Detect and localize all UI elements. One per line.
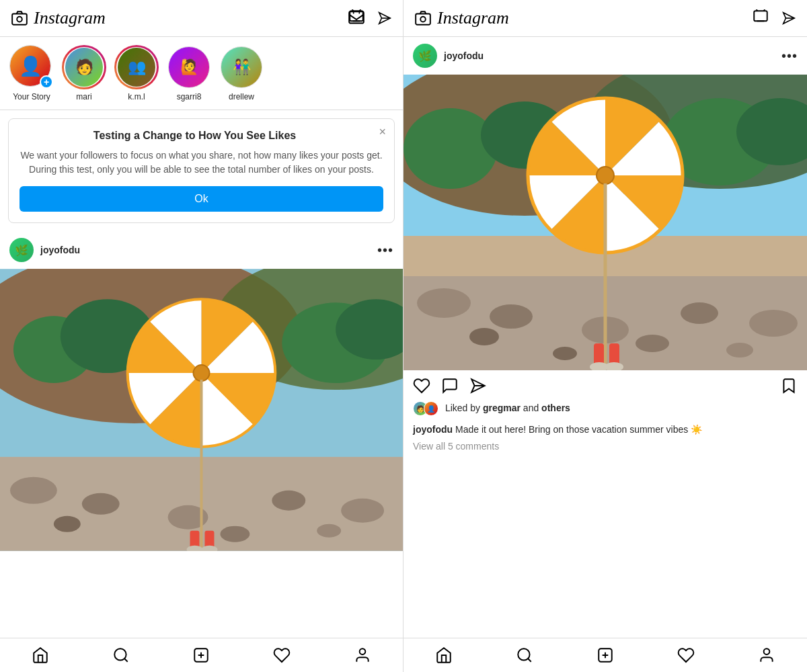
svg-rect-38: [416, 14, 430, 25]
right-nav-profile[interactable]: [758, 646, 775, 664]
right-bookmark-button[interactable]: [780, 377, 798, 394]
svg-line-74: [528, 659, 531, 662]
messenger-icon[interactable]: [348, 9, 365, 27]
right-camera-icon: [414, 9, 432, 27]
left-nav-home[interactable]: [32, 646, 49, 664]
left-nav-add[interactable]: [192, 646, 210, 664]
right-comment-button[interactable]: [441, 377, 459, 394]
right-actions-left: [413, 377, 487, 394]
right-nav-heart[interactable]: [677, 646, 695, 664]
story-no-ring-drellew: 👫: [219, 45, 264, 89]
svg-point-63: [553, 347, 577, 360]
story-avatar-mari: 🧑: [65, 48, 103, 87]
right-nav-add[interactable]: [597, 646, 614, 664]
right-post-more-button[interactable]: •••: [781, 48, 798, 64]
notification-banner: × Testing a Change to How You See Likes …: [8, 118, 395, 223]
story-item-mari[interactable]: 🧑 mari: [61, 45, 108, 101]
left-header-icons: [348, 9, 392, 27]
left-phone-panel: Instagram 👤: [0, 0, 404, 672]
svg-point-58: [681, 302, 718, 324]
liked-by-prefix: Liked by: [445, 403, 483, 413]
right-like-button[interactable]: [413, 377, 430, 394]
story-ring-mari: 🧑: [62, 45, 106, 89]
right-caption-username[interactable]: joyofodu: [413, 424, 453, 435]
story-label-mari: mari: [76, 92, 91, 101]
svg-point-22: [54, 516, 81, 532]
story-no-ring-sgarri8: 🙋: [167, 45, 211, 89]
svg-point-49: [404, 108, 498, 189]
right-header-icons: [752, 9, 796, 27]
right-post-header: 🌿 joyofodu •••: [404, 37, 807, 75]
svg-point-55: [417, 288, 471, 318]
story-avatar-drellew: 👫: [221, 46, 262, 88]
right-nav-search[interactable]: [516, 646, 533, 664]
notif-ok-button[interactable]: Ok: [20, 186, 383, 212]
your-story-label: Your Story: [13, 92, 50, 101]
right-post-avatar: 🌿: [413, 44, 437, 68]
svg-point-32: [114, 648, 126, 660]
story-item-sgarri8[interactable]: 🙋 sgarri8: [165, 45, 213, 101]
left-post-user[interactable]: 🌿 joyofodu: [9, 238, 80, 262]
svg-point-60: [469, 328, 499, 345]
right-view-comments[interactable]: View all 5 comments: [404, 439, 807, 458]
story-item-drellew[interactable]: 👫 drellew: [218, 45, 265, 101]
add-story-badge: +: [40, 75, 53, 89]
right-logo-group: Instagram: [414, 8, 509, 28]
right-post-actions: [404, 370, 807, 401]
svg-point-78: [764, 648, 770, 655]
story-avatar-sgarri8: 🙋: [168, 46, 210, 88]
svg-point-26: [194, 365, 210, 381]
svg-point-23: [220, 526, 249, 542]
notif-close-button[interactable]: ×: [379, 126, 386, 138]
right-header: Instagram: [404, 0, 807, 37]
story-item-kml[interactable]: 👥 k.m.l: [113, 45, 160, 101]
stories-row: 👤 + Your Story 🧑 mari 👥 k.m.l: [0, 37, 403, 110]
left-nav-heart[interactable]: [273, 646, 291, 664]
right-post-caption: joyofodu Made it out here! Bring on thos…: [404, 420, 807, 439]
story-ring-kml: 👥: [114, 45, 159, 89]
left-bottom-nav: [0, 638, 403, 672]
svg-point-24: [317, 524, 341, 538]
svg-point-20: [272, 491, 305, 511]
svg-point-37: [360, 648, 366, 655]
svg-point-17: [10, 477, 57, 504]
left-post-more-button[interactable]: •••: [377, 243, 393, 258]
right-nav-home[interactable]: [435, 646, 453, 664]
your-story-item[interactable]: 👤 + Your Story: [8, 45, 55, 101]
left-logo-group: Instagram: [11, 8, 106, 28]
left-post-image: [0, 269, 403, 551]
left-logo-text: Instagram: [34, 8, 106, 28]
right-post-image: [404, 75, 807, 370]
svg-line-33: [124, 659, 128, 662]
left-post-avatar: 🌿: [9, 238, 34, 262]
svg-point-39: [420, 17, 426, 22]
notif-title: Testing a Change to How You See Likes: [20, 130, 383, 142]
svg-point-59: [749, 310, 798, 337]
notif-body: We want your followers to focus on what …: [20, 149, 383, 177]
svg-point-73: [518, 648, 529, 660]
left-post: 🌿 joyofodu •••: [0, 231, 403, 638]
right-caption-text: Made it out here! Bring on those vacatio…: [455, 424, 702, 435]
right-bottom-nav: [404, 638, 807, 672]
liked-by-username[interactable]: gregmar: [483, 403, 521, 413]
story-avatar-kml: 👥: [118, 48, 155, 87]
right-messenger-icon[interactable]: [752, 9, 769, 27]
svg-point-56: [490, 304, 533, 329]
liked-avatar-2: 👤: [424, 401, 438, 416]
paper-plane-icon[interactable]: [377, 11, 392, 26]
liked-by-and: and: [521, 403, 541, 413]
story-label-drellew: drellew: [229, 92, 254, 101]
right-post-user[interactable]: 🌿 joyofodu: [413, 44, 484, 68]
svg-point-1: [17, 17, 22, 22]
svg-point-62: [726, 343, 753, 358]
left-nav-search[interactable]: [112, 646, 130, 664]
right-liked-by: 🧑 👤 Liked by gregmar and others: [404, 401, 807, 420]
right-share-button[interactable]: [469, 377, 487, 394]
svg-rect-0: [12, 14, 27, 25]
liked-by-others[interactable]: others: [541, 403, 570, 413]
svg-point-18: [82, 493, 120, 515]
left-post-header: 🌿 joyofodu •••: [0, 231, 403, 269]
left-nav-profile[interactable]: [354, 646, 371, 664]
right-paper-plane-icon[interactable]: [781, 11, 796, 26]
story-label-sgarri8: sgarri8: [177, 92, 202, 101]
